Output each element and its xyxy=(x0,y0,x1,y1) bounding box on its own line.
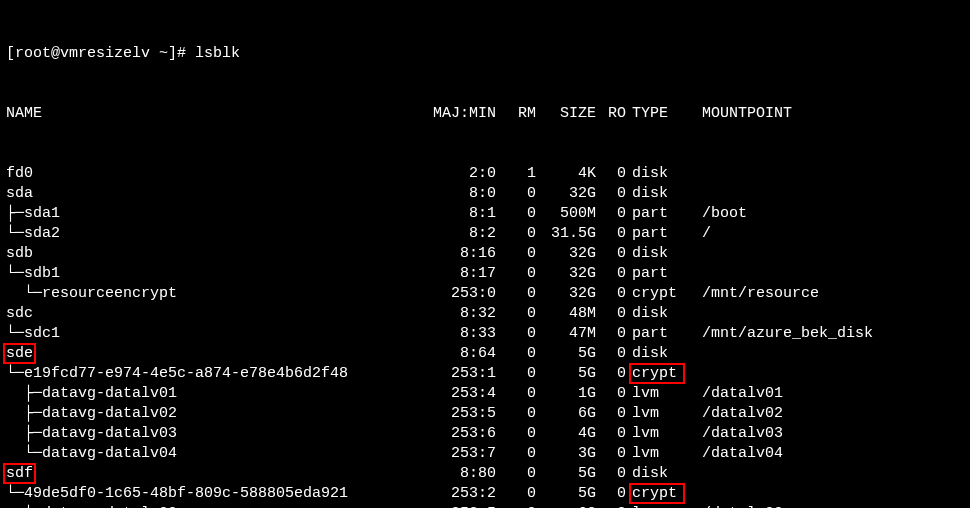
lsblk-row: ├─datavg-datalv03253:604G0lvm/datalv03 xyxy=(6,424,964,444)
col-size: 32G xyxy=(536,184,596,204)
device-name: 49de5df0-1c65-48bf-809c-588805eda921 xyxy=(24,484,348,504)
hdr-rm: RM xyxy=(496,104,536,124)
col-rm: 0 xyxy=(496,224,536,244)
col-rm: 0 xyxy=(496,364,536,384)
col-ro: 0 xyxy=(596,164,626,184)
device-name: datavg-datalv04 xyxy=(42,444,177,464)
lsblk-row: └─49de5df0-1c65-48bf-809c-588805eda92125… xyxy=(6,484,964,504)
col-ro: 0 xyxy=(596,364,626,384)
tree-indent: ├─ xyxy=(6,504,42,508)
col-type: part xyxy=(626,204,692,224)
col-type: part xyxy=(626,264,692,284)
col-majmin: 8:2 xyxy=(426,224,496,244)
device-name: datavg-datalv02 xyxy=(42,504,177,508)
col-size: 31.5G xyxy=(536,224,596,244)
col-rm: 0 xyxy=(496,464,536,484)
col-type: lvm xyxy=(626,404,692,424)
device-name: sda2 xyxy=(24,224,60,244)
col-rm: 0 xyxy=(496,304,536,324)
hdr-ro: RO xyxy=(596,104,626,124)
col-type: lvm xyxy=(626,384,692,404)
col-size: 5G xyxy=(536,464,596,484)
lsblk-row: ├─datavg-datalv02253:506G0lvm/datalv02 xyxy=(6,404,964,424)
col-name: └─sdb1 xyxy=(6,264,426,284)
col-ro: 0 xyxy=(596,264,626,284)
col-rm: 0 xyxy=(496,324,536,344)
col-size: 32G xyxy=(536,284,596,304)
col-name: sdc xyxy=(6,304,426,324)
col-ro: 0 xyxy=(596,244,626,264)
lsblk-row: ├─datavg-datalv02253:506G0lvm/datalv02 xyxy=(6,504,964,508)
col-size: 32G xyxy=(536,244,596,264)
col-majmin: 8:80 xyxy=(426,464,496,484)
shell-prompt: [root@vmresizelv ~]# xyxy=(6,45,195,62)
col-type: disk xyxy=(626,304,692,324)
device-name: sdc xyxy=(6,304,33,324)
col-type: disk xyxy=(626,184,692,204)
col-mountpoint: / xyxy=(692,224,711,244)
col-type: part xyxy=(626,224,692,244)
col-ro: 0 xyxy=(596,204,626,224)
header-row: NAMEMAJ:MINRMSIZEROTYPEMOUNTPOINT xyxy=(6,104,964,124)
lsblk-row: ├─sda18:10500M0part/boot xyxy=(6,204,964,224)
col-majmin: 8:0 xyxy=(426,184,496,204)
lsblk-row: sda8:0032G0disk xyxy=(6,184,964,204)
col-majmin: 8:17 xyxy=(426,264,496,284)
col-majmin: 8:1 xyxy=(426,204,496,224)
col-ro: 0 xyxy=(596,384,626,404)
col-type: part xyxy=(626,324,692,344)
lsblk-row: ├─datavg-datalv01253:401G0lvm/datalv01 xyxy=(6,384,964,404)
col-ro: 0 xyxy=(596,324,626,344)
col-name: ├─datavg-datalv03 xyxy=(6,424,426,444)
col-rm: 0 xyxy=(496,264,536,284)
col-name: ├─datavg-datalv02 xyxy=(6,504,426,508)
tree-indent: └─ xyxy=(6,284,42,304)
col-size: 5G xyxy=(536,364,596,384)
lsblk-row: └─sda28:2031.5G0part/ xyxy=(6,224,964,244)
col-name: └─e19fcd77-e974-4e5c-a874-e78e4b6d2f48 xyxy=(6,364,426,384)
hdr-type: TYPE xyxy=(626,104,692,124)
tree-indent: ├─ xyxy=(6,204,24,224)
col-ro: 0 xyxy=(596,404,626,424)
col-mountpoint: /boot xyxy=(692,204,747,224)
col-size: 32G xyxy=(536,264,596,284)
col-size: 47M xyxy=(536,324,596,344)
prompt-line: [root@vmresizelv ~]# lsblk xyxy=(6,44,964,64)
col-ro: 0 xyxy=(596,184,626,204)
tree-indent: ├─ xyxy=(6,384,42,404)
device-name: sde xyxy=(6,344,33,364)
col-majmin: 8:64 xyxy=(426,344,496,364)
device-name: sdc1 xyxy=(24,324,60,344)
tree-indent: └─ xyxy=(6,364,24,384)
device-name: e19fcd77-e974-4e5c-a874-e78e4b6d2f48 xyxy=(24,364,348,384)
col-size: 48M xyxy=(536,304,596,324)
col-type: lvm xyxy=(626,444,692,464)
col-majmin: 8:16 xyxy=(426,244,496,264)
col-type: disk xyxy=(626,344,692,364)
col-rm: 0 xyxy=(496,504,536,508)
hdr-size: SIZE xyxy=(536,104,596,124)
device-name: sda xyxy=(6,184,33,204)
col-name: sdf xyxy=(6,464,426,484)
col-size: 6G xyxy=(536,504,596,508)
col-name: └─resourceencrypt xyxy=(6,284,426,304)
tree-indent: └─ xyxy=(6,224,24,244)
col-name: sdb xyxy=(6,244,426,264)
col-rm: 0 xyxy=(496,484,536,504)
col-rm: 0 xyxy=(496,384,536,404)
lsblk-row: └─resourceencrypt253:0032G0crypt/mnt/res… xyxy=(6,284,964,304)
col-name: ├─datavg-datalv02 xyxy=(6,404,426,424)
col-size: 5G xyxy=(536,484,596,504)
col-name: └─sdc1 xyxy=(6,324,426,344)
col-ro: 0 xyxy=(596,504,626,508)
col-name: ├─sda1 xyxy=(6,204,426,224)
col-ro: 0 xyxy=(596,484,626,504)
col-majmin: 253:5 xyxy=(426,404,496,424)
col-rm: 0 xyxy=(496,284,536,304)
device-name: sdb xyxy=(6,244,33,264)
device-name: sda1 xyxy=(24,204,60,224)
col-rm: 0 xyxy=(496,404,536,424)
lsblk-row: sdb8:16032G0disk xyxy=(6,244,964,264)
device-name: sdb1 xyxy=(24,264,60,284)
lsblk-row: └─sdc18:33047M0part/mnt/azure_bek_disk xyxy=(6,324,964,344)
